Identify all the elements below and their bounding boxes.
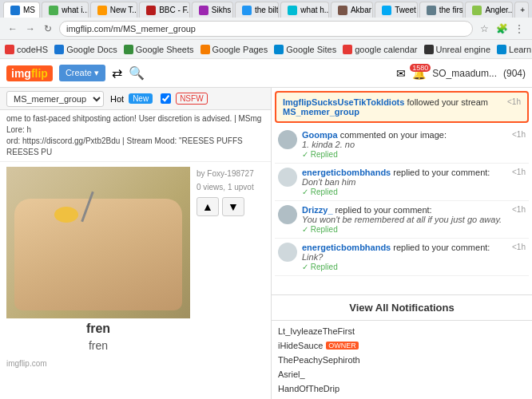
tab-favicon — [49, 6, 58, 15]
highlighted-notification: <1h ImgflipSucksUseTikTokIdiots followed… — [275, 91, 529, 123]
meme-image — [6, 167, 190, 318]
bookmark-favicon — [200, 45, 210, 54]
tab-label: what i... — [62, 6, 88, 14]
nsfw-badge: NSFW — [176, 93, 207, 105]
tab-angler[interactable]: Angler... × — [465, 2, 513, 18]
tab-favicon — [427, 6, 436, 15]
tab-thebilt[interactable]: the bilt × — [235, 2, 279, 18]
tab-what1[interactable]: what i... × — [42, 2, 88, 18]
tab-new[interactable]: New T... × — [90, 2, 137, 18]
username-4: Asriel_ — [278, 369, 305, 379]
username-2: iHideSauce — [278, 341, 323, 350]
shuffle-icon[interactable]: ⇄ — [112, 65, 122, 81]
notif-item-1: Goompa commented on your image: 1. kinda… — [275, 126, 529, 164]
notification-bell[interactable]: 🔔 1580 — [412, 67, 426, 80]
notif-body-4: energeticbombhands replied to your comme… — [302, 243, 507, 271]
tab-label: Akbar — [351, 6, 371, 14]
community-select[interactable]: MS_memer_group — [6, 91, 104, 107]
user-list-item-4: Asriel_ — [278, 367, 526, 381]
notif-user-2[interactable]: energeticbombhands — [302, 168, 391, 177]
view-all-notifications[interactable]: View All Notifications — [272, 294, 532, 320]
header-icons: ✉ 🔔 1580 SO_maadum... (904) — [396, 67, 526, 80]
menu-icon[interactable]: ⋮ — [513, 22, 526, 35]
vote-buttons: ▲ ▼ — [197, 197, 264, 216]
tab-favicon — [97, 6, 107, 15]
bookmark-favicon — [497, 45, 506, 54]
user-list-panel: Lt_IvyleazeTheFirst iHideSauce OWNER The… — [272, 320, 532, 399]
tab-label: Sikhs — [212, 6, 231, 14]
tab-thefirs[interactable]: the firs × — [419, 2, 464, 18]
forward-button[interactable]: → — [24, 22, 37, 35]
mail-icon[interactable]: ✉ — [396, 67, 406, 80]
tab-favicon — [338, 6, 347, 15]
left-panel: MS_memer_group Hot New NSFW ome to fast-… — [0, 88, 272, 399]
notif-action-1: commented on your image: — [340, 130, 447, 140]
notif-user-highlight[interactable]: ImgflipSucksUseTikTokIdiots — [283, 97, 404, 107]
tab-label: Angler... — [485, 6, 513, 14]
bookmark-cpp[interactable]: Learn C++ — [497, 45, 532, 54]
notif-replied-4: ✓ Replied — [302, 263, 338, 271]
notif-item-3: Drizzy_ replied to your comment: You won… — [275, 201, 529, 239]
bookmark-star[interactable]: ☆ — [478, 22, 490, 35]
tab-label: Tweet — [395, 6, 416, 14]
bookmarks-bar: codeHS Google Docs Google Sheets Google … — [0, 40, 532, 59]
back-button[interactable]: ← — [6, 22, 19, 35]
downvote-button[interactable]: ▼ — [222, 197, 244, 216]
bookmark-favicon — [5, 45, 14, 54]
bookmark-favicon — [274, 45, 284, 54]
tab-new-tab[interactable]: + — [514, 2, 529, 18]
tab-label: what h... — [300, 6, 329, 14]
tab-akbar[interactable]: Akbar × — [331, 2, 373, 18]
tab-favicon — [382, 6, 391, 15]
bookmark-unreal[interactable]: Unreal engine — [424, 45, 491, 54]
bookmark-sites[interactable]: Google Sites — [274, 45, 336, 54]
user-list-item-2: iHideSauce OWNER — [278, 338, 526, 353]
logo-text: imgflip — [11, 67, 48, 80]
search-icon[interactable]: 🔍 — [129, 65, 145, 81]
bookmark-favicon — [343, 45, 352, 54]
notification-count: 1580 — [410, 64, 431, 72]
address-bar[interactable]: imgflip.com/m/MS_memer_group — [59, 21, 473, 37]
tab-label: the firs — [439, 6, 463, 14]
tab-favicon — [146, 6, 156, 15]
avatar-goompa — [278, 130, 297, 149]
bookmark-pages[interactable]: Google Pages — [200, 45, 268, 54]
bookmark-sheets[interactable]: Google Sheets — [124, 45, 194, 54]
notif-user-4[interactable]: energeticbombhands — [302, 243, 391, 252]
tab-tweet[interactable]: Tweet × — [375, 2, 418, 18]
notif-action-4: replied to your comment: — [393, 243, 490, 252]
notif-item-2: energeticbombhands replied to your comme… — [275, 164, 529, 201]
points-icon[interactable]: (904) — [503, 68, 526, 79]
bookmark-docs[interactable]: Google Docs — [54, 45, 117, 54]
notif-quote-4: Link? — [302, 252, 323, 262]
notif-stream-link[interactable]: MS_memer_group — [283, 107, 359, 117]
refresh-button[interactable]: ↻ — [42, 22, 54, 35]
imgflip-logo[interactable]: imgflip — [6, 65, 53, 81]
tab-sikhs[interactable]: Sikhs × — [192, 2, 233, 18]
extensions-icon[interactable]: 🧩 — [495, 22, 508, 35]
notif-quote-3: You won't be remembered at all if you ju… — [302, 215, 502, 224]
tab-what2[interactable]: what h... × — [280, 2, 329, 18]
bookmark-label: Google Sites — [286, 45, 336, 54]
user-menu[interactable]: SO_maadum... — [432, 68, 497, 79]
meme-image-bg — [6, 167, 190, 318]
notif-action-2: replied to your comment: — [393, 168, 490, 177]
bookmark-codehs[interactable]: codeHS — [5, 45, 48, 54]
bookmark-label: Learn C++ — [509, 45, 532, 54]
upvote-button[interactable]: ▲ — [197, 197, 219, 216]
tab-ms[interactable]: MS × — [3, 2, 40, 18]
imgflip-footer: imgflip.com — [0, 357, 271, 370]
plus-icon: + — [520, 6, 525, 14]
notif-user-1[interactable]: Goompa — [302, 130, 338, 140]
bookmark-calendar[interactable]: google calendar — [343, 45, 417, 54]
notif-time-3: <1h — [512, 205, 526, 234]
nsfw-checkbox[interactable] — [161, 93, 171, 104]
meme-subtitle: fren — [6, 339, 190, 352]
notif-time-2: <1h — [512, 168, 526, 196]
notif-action-text: followed your stream — [407, 97, 488, 107]
tab-favicon — [472, 6, 482, 15]
notif-user-3[interactable]: Drizzy_ — [302, 205, 333, 215]
create-button[interactable]: Create ▾ — [59, 65, 105, 81]
sort-label: Hot — [110, 94, 124, 104]
tab-bbc[interactable]: BBC - F... × — [139, 2, 190, 18]
